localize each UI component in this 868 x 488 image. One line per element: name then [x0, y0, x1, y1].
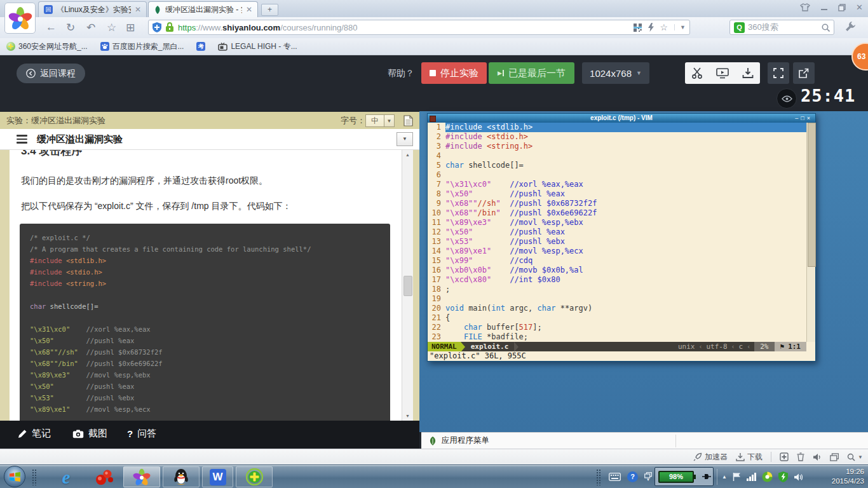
restore-icon[interactable] [838, 4, 846, 11]
taskbar-clock[interactable]: 19:26 2015/4/23 [832, 467, 864, 486]
close-icon[interactable]: ✕ [246, 5, 252, 14]
vim-line: 7"\x31\xc0" //xorl %eax,%eax [428, 180, 806, 189]
resolution-dropdown[interactable]: 1024x768 ▼ [582, 62, 649, 84]
medical-kit-icon[interactable] [780, 452, 789, 461]
mute-speaker-icon[interactable] [813, 453, 822, 461]
bookmark-kao[interactable]: 考 [196, 42, 205, 51]
download-icon[interactable] [742, 67, 754, 79]
font-size-select[interactable]: 中 [365, 114, 384, 127]
notes-button[interactable]: 笔记 [18, 428, 51, 440]
taskbar-grip[interactable] [32, 469, 36, 485]
minimize-icon[interactable] [820, 4, 828, 11]
back-to-course-button[interactable]: 返回课程 [17, 64, 85, 83]
vim-line: 9"\x68""//sh" //pushl $0x68732f2f [428, 199, 806, 208]
screenshot-button[interactable]: 截图 [72, 428, 107, 440]
powerline-arrow [514, 342, 519, 352]
keyboard-icon[interactable] [609, 473, 621, 481]
qr-code-icon[interactable] [634, 24, 642, 32]
scroll-down-icon[interactable]: ▼ [402, 414, 413, 418]
search-icon[interactable] [822, 24, 830, 32]
bookmark-baidu-images[interactable]: 百度图片搜索_黑白... [100, 41, 184, 52]
search-engine-icon[interactable]: Q [734, 22, 745, 33]
taskbar-360-browser[interactable] [123, 466, 160, 487]
remote-desktop[interactable]: exploit.c (/tmp) - VIM –□× 1#include <st… [419, 111, 868, 432]
vim-line: 11"\x89\xe3" //movl %esp,%ebx [428, 218, 806, 227]
undo-icon[interactable]: ↶ [86, 21, 95, 34]
vim-scrollbar-thumb[interactable] [808, 123, 816, 267]
taskbar-red-app[interactable] [94, 468, 114, 487]
wrench-icon[interactable] [845, 21, 856, 32]
show-hidden-icons[interactable]: ▲ [722, 474, 727, 480]
browser-logo-button[interactable] [4, 3, 36, 34]
last-section-button[interactable]: ▶ 已是最后一节 [489, 62, 574, 84]
360-shield-icon[interactable] [762, 471, 773, 482]
close-icon[interactable]: ✕ [135, 5, 141, 14]
url-dropdown-icon[interactable]: ▼ [674, 24, 686, 30]
vim-title-bar[interactable]: exploit.c (/tmp) - VIM –□× [428, 114, 815, 123]
vim-scrollbar[interactable] [806, 123, 815, 342]
vim-line: 12"\x50" //pushl %eax [428, 227, 806, 237]
app-menu-label[interactable]: 应用程序菜单 [442, 435, 489, 446]
doc-scrollbar[interactable]: ▲ ▼ [402, 150, 413, 421]
skin-icon[interactable] [800, 3, 810, 11]
download-manager-button[interactable]: 下载 [736, 452, 763, 463]
scissors-icon[interactable] [691, 67, 703, 79]
close-icon[interactable]: × [807, 115, 813, 121]
search-box[interactable]: Q 360搜索 [729, 20, 834, 35]
taskbar-grip[interactable] [596, 469, 600, 485]
app-menu-icon[interactable] [429, 437, 437, 445]
cascade-windows-icon[interactable] [830, 453, 839, 461]
taskbar-qq[interactable] [163, 466, 200, 487]
favorite-star-icon[interactable]: ☆ [107, 21, 116, 34]
url-field[interactable]: https://www.shiyanlou.com/courses/runnin… [148, 20, 690, 35]
maximize-icon[interactable]: □ [801, 115, 806, 121]
timer-eye-button[interactable] [776, 88, 797, 109]
stop-experiment-button[interactable]: 停止实验 [421, 62, 487, 84]
minimize-icon[interactable]: – [795, 115, 801, 121]
section-dropdown[interactable]: ▼ [397, 132, 413, 146]
shield-plus-icon[interactable] [153, 22, 161, 32]
vim-line: 4 [428, 151, 806, 161]
bookmark-legal-high[interactable]: LEGAL HIGH - 专... [218, 41, 297, 52]
scrollbar-thumb[interactable] [403, 276, 412, 296]
lightning-icon[interactable] [648, 23, 654, 32]
code-line [30, 312, 380, 323]
browser-tab-1[interactable]: 回 《Linux及安全》实验安排 - ✕ [38, 1, 147, 17]
screen-share-icon[interactable] [716, 67, 729, 79]
apps-grid-icon[interactable]: ⊞ [126, 21, 135, 34]
back-icon[interactable]: ← [46, 21, 57, 34]
refresh-icon[interactable]: ↻ [66, 21, 75, 34]
taskbar-wps[interactable]: W [202, 466, 233, 487]
open-external-button[interactable] [793, 62, 815, 84]
vim-window[interactable]: exploit.c (/tmp) - VIM –□× 1#include <st… [427, 113, 816, 362]
scroll-up-icon[interactable]: ▲ [402, 150, 413, 157]
antivirus-shield-icon[interactable] [778, 471, 788, 482]
help-link[interactable]: 帮助？ [388, 68, 414, 79]
chevron-down-icon[interactable]: ▼ [384, 114, 395, 127]
toc-menu-icon[interactable] [17, 135, 27, 144]
zoom-level-button[interactable]: ▼ [847, 453, 863, 461]
new-tab-button[interactable]: + [261, 4, 278, 16]
help-icon[interactable]: ? [627, 471, 638, 482]
browser-tab-2[interactable]: 缓冲区溢出漏洞实验 - 实验 ✕ [148, 1, 258, 17]
search-input[interactable]: 360搜索 [748, 22, 818, 33]
trash-icon[interactable] [797, 452, 804, 461]
bookmark-360-nav[interactable]: 360安全网址导航_... [6, 41, 88, 52]
close-icon[interactable]: ✕ [856, 3, 863, 12]
start-button[interactable] [4, 466, 25, 487]
document-icon[interactable] [403, 115, 413, 126]
action-center-flag-icon[interactable] [733, 472, 741, 482]
battery-widget[interactable]: 98% [654, 467, 714, 486]
accelerator-button[interactable]: 加速器 [693, 452, 728, 463]
bookmark-star-icon[interactable]: ☆ [660, 22, 668, 32]
taskbar-ie[interactable]: e [56, 468, 76, 487]
taskbar-360-safe[interactable] [236, 466, 273, 487]
vim-scroll-percent: 2% [754, 342, 774, 351]
fullscreen-button[interactable] [768, 62, 789, 84]
volume-icon[interactable] [794, 473, 804, 482]
vim-line: 20void main(int argc, char **argv) [428, 304, 806, 313]
qa-button[interactable]: ? 问答 [127, 428, 156, 440]
vim-buffer[interactable]: 1#include <stdlib.h>2#include <stdio.h>3… [428, 123, 806, 342]
language-bar-icon[interactable]: ▼ [644, 472, 652, 482]
network-signal-icon[interactable] [747, 473, 756, 481]
